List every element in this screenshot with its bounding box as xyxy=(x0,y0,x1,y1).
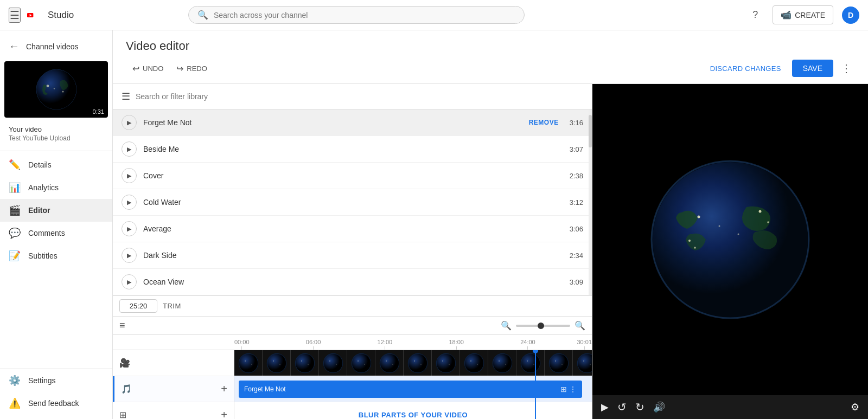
audio-name-4: Cold Water xyxy=(143,198,563,207)
sidebar-item-feedback[interactable]: ⚠️ Send feedback xyxy=(0,392,112,415)
logo-link[interactable]: Studio xyxy=(27,9,74,21)
save-button[interactable]: SAVE xyxy=(792,60,833,77)
clip-thumb-5[interactable] xyxy=(375,350,404,376)
clip-thumb-9[interactable] xyxy=(488,350,516,376)
remove-button-1[interactable]: REMOVE xyxy=(525,117,563,128)
clip-thumb-0[interactable] xyxy=(234,350,263,376)
sidebar-item-details[interactable]: ✏️ Details xyxy=(0,153,112,176)
audio-name-1: Forget Me Not xyxy=(143,118,518,127)
audio-track: Forget Me Not ⊞ ⋮ › xyxy=(234,376,592,402)
editor-title: Video editor xyxy=(126,39,855,53)
clip-thumb-2[interactable] xyxy=(291,350,319,376)
more-options-button[interactable]: ⋮ xyxy=(838,60,855,77)
clip-thumb-6[interactable] xyxy=(404,350,432,376)
audio-item-7[interactable]: ▶ Ocean View 3:09 xyxy=(113,269,592,295)
svg-point-124 xyxy=(767,221,769,223)
audio-list-wrapper: ▶ Forget Me Not REMOVE 3:16 ▶ Beside Me … xyxy=(113,109,592,295)
audio-track-name: Forget Me Not xyxy=(244,385,286,393)
editor-body: ☰ ▶ Forget Me Not REMOVE 3:16 xyxy=(113,84,868,419)
play-button-7[interactable]: ▶ xyxy=(122,274,137,289)
forward-button[interactable]: ↻ xyxy=(635,401,644,414)
video-preview: ▶ ↺ ↻ 🔊 ⚙ xyxy=(592,84,868,419)
trim-button[interactable]: TRIM xyxy=(163,302,181,310)
sidebar-item-subtitles[interactable]: 📝 Subtitles xyxy=(0,244,112,267)
subtitles-icon: 📝 xyxy=(9,250,21,262)
avatar[interactable]: D xyxy=(842,7,859,24)
video-thumbnail[interactable]: 0:31 xyxy=(4,61,108,118)
play-button-4[interactable]: ▶ xyxy=(122,195,137,210)
rewind-icon: ↺ xyxy=(617,401,627,414)
help-button[interactable]: ? xyxy=(746,7,764,24)
svg-point-45 xyxy=(442,360,443,362)
create-camera-icon: 📹 xyxy=(781,10,792,20)
timeline-controls: ≡ 🔍 🔍 xyxy=(113,317,592,335)
undo-button[interactable]: ↩ UNDO xyxy=(126,60,170,77)
svg-point-15 xyxy=(273,360,274,362)
svg-point-65 xyxy=(555,360,556,362)
add-audio-button[interactable]: + xyxy=(221,383,227,395)
video-settings-button[interactable]: ⚙ xyxy=(851,401,859,413)
details-icon: ✏️ xyxy=(9,159,21,171)
audio-track-bar[interactable]: Forget Me Not ⊞ ⋮ xyxy=(239,381,582,398)
blur-label[interactable]: BLUR PARTS OF YOUR VIDEO xyxy=(359,411,468,419)
audio-search-input[interactable] xyxy=(136,92,583,101)
audio-duration-3: 2:38 xyxy=(570,172,583,180)
redo-button[interactable]: ↪ REDO xyxy=(170,60,214,77)
svg-point-51 xyxy=(477,364,477,364)
play-button-1[interactable]: ▶ xyxy=(122,115,137,130)
audio-item-1[interactable]: ▶ Forget Me Not REMOVE 3:16 xyxy=(113,109,592,136)
audio-item-3[interactable]: ▶ Cover 2:38 xyxy=(113,163,592,189)
zoom-in-button[interactable]: 🔍 xyxy=(575,320,585,331)
zoom-slider[interactable] xyxy=(516,325,570,327)
audio-item-4[interactable]: ▶ Cold Water 3:12 xyxy=(113,189,592,216)
clip-thumb-1[interactable] xyxy=(263,350,291,376)
audio-duration-1: 3:16 xyxy=(570,119,583,127)
play-button-2[interactable]: ▶ xyxy=(122,141,137,157)
audio-duration-4: 3:12 xyxy=(570,198,583,207)
clip-thumb-10[interactable] xyxy=(516,350,545,376)
clip-thumb-7[interactable] xyxy=(432,350,460,376)
audio-item-6[interactable]: ▶ Dark Side 2:34 xyxy=(113,242,592,269)
clip-thumb-11[interactable] xyxy=(545,350,573,376)
sidebar-item-analytics[interactable]: 📊 Analytics xyxy=(0,176,112,199)
sidebar-item-editor[interactable]: 🎬 Editor xyxy=(0,199,112,222)
undo-label: UNDO xyxy=(143,65,163,73)
play-button-6[interactable]: ▶ xyxy=(122,248,137,263)
clip-thumb-12[interactable] xyxy=(573,350,592,376)
svg-point-55 xyxy=(499,360,500,362)
redo-icon: ↪ xyxy=(176,63,183,74)
effects-track[interactable]: BLUR PARTS OF YOUR VIDEO xyxy=(234,402,592,419)
time-input[interactable] xyxy=(119,299,157,313)
timeline-menu-icon[interactable]: ≡ xyxy=(119,320,125,331)
play-button-3[interactable]: ▶ xyxy=(122,168,137,183)
sidebar-item-settings[interactable]: ⚙️ Settings xyxy=(0,369,112,392)
audio-item-2[interactable]: ▶ Beside Me 3:07 xyxy=(113,136,592,163)
video-clips-row xyxy=(234,350,592,376)
zoom-out-button[interactable]: 🔍 xyxy=(501,320,512,331)
svg-point-26 xyxy=(336,364,336,364)
audio-item-5[interactable]: ▶ Average 3:06 xyxy=(113,216,592,242)
sidebar-item-comments[interactable]: 💬 Comments xyxy=(0,222,112,244)
audio-duration-5: 3:06 xyxy=(570,225,583,233)
filter-icon: ☰ xyxy=(122,91,130,102)
rewind-button[interactable]: ↺ xyxy=(617,401,627,414)
play-button-5[interactable]: ▶ xyxy=(122,221,137,236)
clip-thumb-4[interactable] xyxy=(347,350,375,376)
right-actions: ? 📹 CREATE D xyxy=(746,5,859,24)
main-content: Video editor ↩ UNDO ↪ REDO DISCARD CHANG… xyxy=(113,30,868,419)
svg-point-71 xyxy=(590,364,590,364)
clip-row[interactable] xyxy=(234,350,592,376)
search-input[interactable] xyxy=(214,11,515,20)
create-button[interactable]: 📹 CREATE xyxy=(773,5,833,24)
menu-icon[interactable]: ☰ xyxy=(9,8,21,23)
discard-button[interactable]: DISCARD CHANGES xyxy=(704,60,788,77)
volume-button[interactable]: 🔊 xyxy=(653,401,665,413)
earth-image xyxy=(35,68,78,111)
clip-thumb-8[interactable] xyxy=(460,350,488,376)
editor-header: Video editor ↩ UNDO ↪ REDO DISCARD CHANG… xyxy=(113,30,868,84)
sidebar-header[interactable]: ← Channel videos xyxy=(0,35,112,61)
add-effect-button[interactable]: + xyxy=(221,409,227,419)
clip-thumb-3[interactable] xyxy=(319,350,347,376)
play-pause-button[interactable]: ▶ xyxy=(601,401,609,413)
scrollbar-thumb[interactable] xyxy=(589,115,592,147)
